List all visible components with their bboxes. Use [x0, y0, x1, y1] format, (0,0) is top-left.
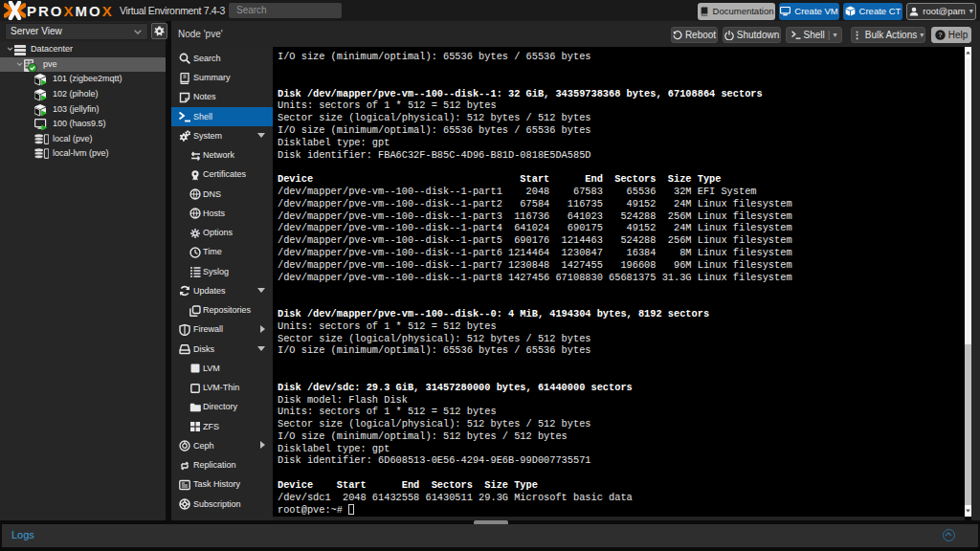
- svg-text:?: ?: [938, 31, 943, 39]
